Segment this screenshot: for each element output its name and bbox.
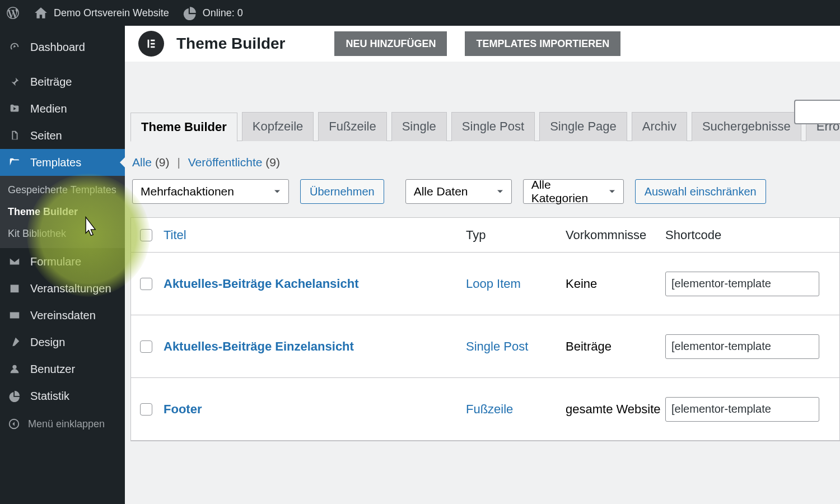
- table-row: Footer Fußzeile gesamte Website: [131, 378, 839, 441]
- col-shortcode: Shortcode: [665, 228, 839, 242]
- menu-clubdata[interactable]: Vereinsdaten: [0, 302, 125, 329]
- row-title-link[interactable]: Aktuelles-Beiträge Einzelansicht: [164, 339, 466, 354]
- media-icon: [8, 102, 21, 115]
- filter-published-count: (9): [265, 156, 280, 169]
- filter-published-link[interactable]: Veröffentlichte: [188, 156, 263, 169]
- row-instances: Keine: [566, 277, 665, 291]
- select-all-checkbox[interactable]: [140, 229, 152, 241]
- row-instances: gesamte Website: [566, 402, 665, 417]
- table-row: Aktuelles-Beiträge Einzelansicht Single …: [131, 315, 839, 378]
- date-filter-select[interactable]: Alle Daten: [405, 179, 512, 204]
- elementor-icon: [145, 38, 157, 50]
- apply-button[interactable]: Übernehmen: [300, 179, 384, 204]
- folder-open-icon: [8, 156, 21, 169]
- menu-design[interactable]: Design: [0, 329, 125, 356]
- user-icon: [8, 362, 21, 376]
- tab-footer[interactable]: Fußzeile: [318, 112, 386, 141]
- filter-bar: Mehrfachaktionen Übernehmen Alle Daten A…: [130, 169, 840, 204]
- menu-users[interactable]: Benutzer: [0, 356, 125, 382]
- site-link[interactable]: Demo Ortsverein Website: [34, 6, 169, 20]
- chevron-down-icon: [272, 186, 283, 197]
- dashboard-icon: [8, 40, 21, 54]
- category-filter-select[interactable]: Alle Kategorien: [523, 179, 624, 204]
- shortcode-input[interactable]: [665, 272, 819, 296]
- collapse-icon: [8, 418, 20, 430]
- tab-search-results[interactable]: Suchergebnisse: [692, 112, 801, 141]
- menu-templates[interactable]: Templates: [0, 149, 125, 176]
- chart-pie-icon: [183, 6, 197, 20]
- online-count[interactable]: Online: 0: [183, 6, 243, 20]
- page-header: Theme Builder NEU HINZUFÜGEN TEMPLATES I…: [125, 26, 840, 62]
- menu-posts[interactable]: Beiträge: [0, 68, 125, 95]
- col-instances: Vorkommnisse: [566, 228, 665, 242]
- row-title-link[interactable]: Aktuelles-Beiträge Kachelansicht: [164, 277, 466, 291]
- filter-all-count: (9): [155, 156, 170, 169]
- page-title: Theme Builder: [176, 35, 285, 53]
- filter-button[interactable]: Auswahl einschränken: [635, 179, 766, 204]
- templates-table: Titel Typ Vorkommnisse Shortcode Aktuell…: [130, 217, 840, 441]
- menu-stats[interactable]: Statistik: [0, 382, 125, 409]
- menu-media[interactable]: Medien: [0, 95, 125, 122]
- tab-single[interactable]: Single: [391, 112, 447, 141]
- submenu-theme-builder[interactable]: Theme Builder: [0, 201, 125, 223]
- admin-bar: Demo Ortsverein Website Online: 0: [0, 0, 840, 26]
- row-type-link[interactable]: Single Post: [466, 339, 566, 354]
- elementor-logo: [138, 31, 164, 57]
- status-links: Alle (9) | Veröffentlichte (9): [130, 141, 840, 169]
- tabs: Theme Builder Kopfzeile Fußzeile Single …: [130, 112, 840, 141]
- admin-menu: Dashboard Beiträge Medien Seiten Templat…: [0, 26, 125, 504]
- submenu-kit-library[interactable]: Kit Bibliothek: [0, 223, 125, 245]
- row-type-link[interactable]: Fußzeile: [466, 402, 566, 417]
- row-type-link[interactable]: Loop Item: [466, 277, 566, 291]
- mail-icon: [8, 255, 21, 268]
- add-new-button[interactable]: NEU HINZUFÜGEN: [334, 31, 447, 56]
- shortcode-input[interactable]: [665, 334, 819, 359]
- filter-all-link[interactable]: Alle: [132, 156, 152, 169]
- row-instances: Beiträge: [566, 339, 665, 354]
- bulk-action-select[interactable]: Mehrfachaktionen: [132, 179, 289, 204]
- site-name: Demo Ortsverein Website: [54, 7, 169, 19]
- collapse-menu[interactable]: Menü einklappen: [0, 410, 125, 437]
- brush-icon: [8, 335, 21, 349]
- content-area: Theme Builder NEU HINZUFÜGEN TEMPLATES I…: [125, 26, 840, 504]
- tab-single-post[interactable]: Single Post: [451, 112, 535, 141]
- menu-events[interactable]: Veranstaltungen: [0, 275, 125, 302]
- table-row: Aktuelles-Beiträge Kachelansicht Loop It…: [131, 253, 839, 315]
- menu-dashboard[interactable]: Dashboard: [0, 34, 125, 60]
- home-icon: [34, 6, 48, 20]
- chart-icon: [8, 389, 21, 403]
- tab-single-page[interactable]: Single Page: [539, 112, 627, 141]
- menu-pages[interactable]: Seiten: [0, 122, 125, 149]
- row-checkbox[interactable]: [140, 278, 152, 290]
- row-title-link[interactable]: Footer: [164, 402, 466, 417]
- tab-header[interactable]: Kopfzeile: [242, 112, 314, 141]
- chevron-down-icon: [494, 186, 506, 197]
- table-header: Titel Typ Vorkommnisse Shortcode: [131, 218, 839, 253]
- shortcode-input[interactable]: [665, 397, 819, 422]
- submenu-saved-templates[interactable]: Gespeicherte Templates: [0, 179, 125, 201]
- card-icon: [8, 309, 21, 322]
- chevron-down-icon: [606, 186, 618, 197]
- tab-archive[interactable]: Archiv: [632, 112, 687, 141]
- pin-icon: [8, 75, 21, 88]
- row-checkbox[interactable]: [140, 340, 152, 353]
- online-label: Online: 0: [203, 7, 243, 19]
- col-type: Typ: [466, 228, 566, 242]
- tab-theme-builder[interactable]: Theme Builder: [130, 113, 237, 142]
- menu-forms[interactable]: Formulare: [0, 248, 125, 275]
- import-templates-button[interactable]: TEMPLATES IMPORTIEREN: [465, 31, 620, 56]
- panel: Theme Builder Kopfzeile Fußzeile Single …: [125, 62, 840, 441]
- separator: |: [177, 156, 180, 169]
- row-checkbox[interactable]: [140, 403, 152, 416]
- wp-logo[interactable]: [6, 6, 20, 20]
- search-input[interactable]: [794, 100, 840, 124]
- pages-icon: [8, 129, 21, 142]
- col-title[interactable]: Titel: [164, 228, 466, 242]
- calendar-icon: [8, 282, 21, 295]
- submenu-templates: Gespeicherte Templates Theme Builder Kit…: [0, 176, 125, 248]
- wordpress-icon: [6, 6, 20, 20]
